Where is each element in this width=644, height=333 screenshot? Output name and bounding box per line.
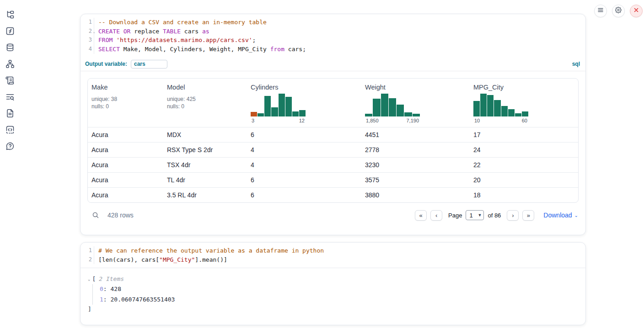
last-page-button[interactable]: » <box>522 210 534 221</box>
histogram-bar[interactable] <box>389 98 396 116</box>
rows-count: 428 rows <box>107 211 134 219</box>
table-cell: 22 <box>470 161 578 169</box>
histogram-bar[interactable] <box>251 112 257 116</box>
table-cell: 3575 <box>361 176 470 184</box>
histogram-bar[interactable] <box>279 94 285 116</box>
next-page-button[interactable]: › <box>507 210 519 221</box>
scratchpad-icon[interactable] <box>5 76 15 85</box>
code-line[interactable]: SELECT Make, Model, Cylinders, Weight, M… <box>98 45 585 54</box>
code-line[interactable]: [len(cars), cars["MPG_City"].mean()] <box>98 255 585 264</box>
histogram-bar[interactable] <box>381 94 388 116</box>
table-cell: Acura <box>88 146 163 153</box>
histogram-bars <box>473 94 528 116</box>
tree-collapse-icon[interactable]: ⌄ <box>88 274 90 284</box>
histogram-bar[interactable] <box>413 114 420 116</box>
shutdown-button[interactable] <box>630 5 643 17</box>
first-page-button[interactable]: « <box>415 210 427 221</box>
table-row[interactable]: AcuraTSX 4dr4323022 <box>88 157 578 172</box>
python-result: ⌄ [ 2 Items 0: 4281: 20.060747663551403 … <box>80 268 585 320</box>
dependency-graph-icon[interactable] <box>5 59 15 69</box>
column-header-model[interactable]: Modelunique: 425nulls: 0 <box>163 79 247 127</box>
python-code-lines[interactable]: # We can reference the output variable a… <box>94 246 585 264</box>
settings-button[interactable] <box>612 5 625 17</box>
datasources-icon[interactable] <box>5 43 15 52</box>
histogram-bar[interactable] <box>258 113 264 116</box>
histogram-bar[interactable] <box>264 96 271 116</box>
page-select[interactable]: 1 ▼ <box>466 210 484 220</box>
column-header-weight[interactable]: Weight1,8507,190 <box>361 79 470 127</box>
histogram-bar[interactable] <box>480 94 487 116</box>
snippets-icon[interactable] <box>5 125 15 134</box>
code-token: TABLE <box>163 28 181 35</box>
histogram-bar[interactable] <box>299 110 306 116</box>
open-bracket: [ <box>92 274 96 284</box>
table-cell: MDX <box>163 131 247 138</box>
close-icon <box>633 7 639 15</box>
menu-button[interactable] <box>594 5 607 17</box>
code-token: FROM <box>98 37 113 43</box>
column-histogram[interactable]: 312 <box>251 94 306 123</box>
data-table: Makeunique: 38nulls: 0Modelunique: 425nu… <box>87 78 579 203</box>
code-token <box>113 37 116 43</box>
column-stats: unique: 38nulls: 0 <box>91 95 160 111</box>
code-token: SELECT <box>98 46 120 53</box>
code-token: OR <box>123 28 131 35</box>
column-stats: unique: 425nulls: 0 <box>167 95 243 111</box>
axis-max-label: 60 <box>522 118 527 123</box>
variables-icon[interactable] <box>5 26 15 36</box>
column-histogram[interactable]: 1060 <box>473 94 528 123</box>
histogram-bar[interactable] <box>292 111 299 116</box>
python-code-editor[interactable]: 12 # We can reference the output variabl… <box>80 243 585 268</box>
column-header-make[interactable]: Makeunique: 38nulls: 0 <box>88 79 163 127</box>
table-row[interactable]: AcuraRSX Type S 2dr4277824 <box>88 142 578 157</box>
histogram-bar[interactable] <box>397 105 404 116</box>
histogram-bars <box>365 94 420 116</box>
axis-max-label: 12 <box>299 118 305 123</box>
table-footer: 428 rows « ‹ Page 1 ▼ of 86 › » Download… <box>80 203 585 228</box>
histogram-bar[interactable] <box>285 97 292 116</box>
histogram-bar[interactable] <box>515 113 521 116</box>
code-line[interactable]: # We can reference the output variable a… <box>98 246 585 255</box>
histogram-bar[interactable] <box>271 107 278 116</box>
histogram-bar[interactable] <box>522 111 528 116</box>
code-token: cars; <box>284 46 306 53</box>
column-stat: nulls: 0 <box>167 103 243 111</box>
histogram-bar[interactable] <box>508 109 515 116</box>
table-cell: TSX 4dr <box>163 161 247 169</box>
histogram-bar[interactable] <box>473 101 480 116</box>
download-button[interactable]: Download ⌄ <box>543 211 578 219</box>
table-row[interactable]: Acura3.5 RL 4dr6388018 <box>88 187 578 202</box>
histogram-bar[interactable] <box>404 112 412 116</box>
sql-code-editor[interactable]: 12⌄34 -- Download a CSV and create an in… <box>80 14 585 58</box>
code-line[interactable]: CREATE OR replace TABLE cars as <box>98 27 585 36</box>
fold-chevron-icon[interactable]: ⌄ <box>93 27 95 37</box>
table-row[interactable]: AcuraMDX6445117 <box>88 127 578 142</box>
column-stat: unique: 38 <box>91 95 160 103</box>
logs-icon[interactable] <box>5 92 15 101</box>
column-header-cylinders[interactable]: Cylinders312 <box>247 79 361 127</box>
table-row[interactable]: AcuraTL 4dr6357520 <box>88 172 578 187</box>
code-line[interactable]: FROM 'https://datasets.marimo.app/cars.c… <box>98 36 585 45</box>
close-bracket: ] <box>88 305 578 314</box>
tree-root-row: ⌄ [ 2 Items <box>88 274 578 284</box>
line-number-gutter: 12⌄34 <box>80 18 94 54</box>
entry-value: : 20.060747663551403 <box>103 296 175 303</box>
histogram-bar[interactable] <box>487 95 494 116</box>
output-variable-input[interactable] <box>131 60 167 69</box>
documentation-icon[interactable] <box>5 109 15 118</box>
histogram-bar[interactable] <box>365 114 372 116</box>
axis-min-label: 10 <box>474 118 480 123</box>
histogram-bar[interactable] <box>494 100 500 116</box>
file-explorer-icon[interactable] <box>5 10 15 19</box>
column-histogram[interactable]: 1,8507,190 <box>365 94 420 123</box>
prev-page-button[interactable]: ‹ <box>430 210 442 221</box>
search-icon[interactable] <box>92 211 99 219</box>
table-cell: 20 <box>470 176 578 184</box>
help-icon[interactable] <box>5 142 15 151</box>
column-header-mpg_city[interactable]: MPG_City1060 <box>470 79 578 127</box>
histogram-bar[interactable] <box>501 106 508 116</box>
sql-code-lines[interactable]: -- Download a CSV and create an in-memor… <box>94 18 585 54</box>
histogram-bar[interactable] <box>373 99 380 116</box>
code-line[interactable]: -- Download a CSV and create an in-memor… <box>98 18 585 27</box>
hamburger-icon <box>597 7 604 15</box>
